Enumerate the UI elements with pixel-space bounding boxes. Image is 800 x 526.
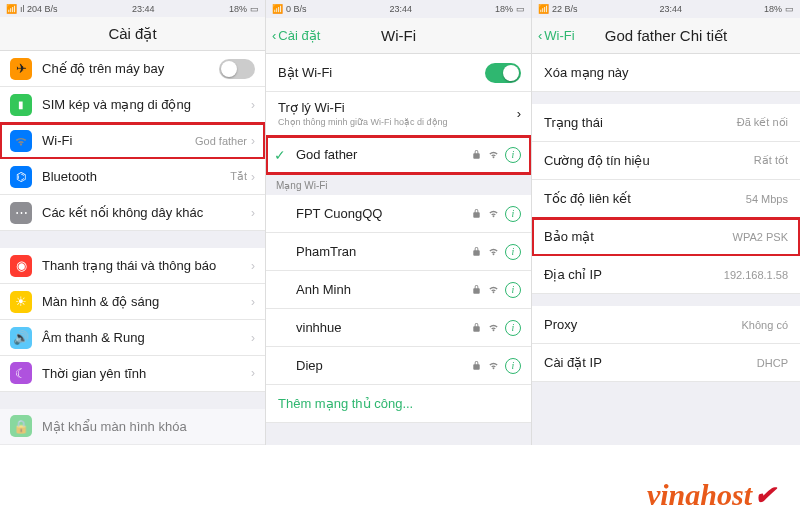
row-connected-network[interactable]: ✓ God father i (266, 136, 531, 174)
chevron-right-icon: › (251, 331, 255, 345)
lock-icon (471, 322, 482, 333)
kv-value: Đã kết nối (737, 116, 788, 129)
lock-icon (471, 149, 482, 160)
header: ‹Wi-Fi God father Chi tiết (532, 18, 800, 54)
back-button[interactable]: ‹Wi-Fi (538, 28, 575, 43)
row-display[interactable]: ☀︎ Màn hình & độ sáng › (0, 284, 265, 320)
kv-key: Trạng thái (544, 115, 603, 130)
status-bar: 📶ıl 204 B/s 23:44 18%▭ (0, 0, 265, 17)
chevron-right-icon: › (251, 134, 255, 148)
screen-wifi-detail: 📶22 B/s 23:44 18%▭ ‹Wi-Fi God father Chi… (532, 0, 800, 445)
row-label: Màn hình & độ sáng (42, 294, 251, 309)
kv-key: Tốc độ liên kết (544, 191, 631, 206)
section-gap (532, 92, 800, 104)
network-name: Diep (296, 358, 471, 373)
battery-pct: 18% (229, 4, 247, 14)
lock-icon: 🔒 (10, 415, 32, 437)
chevron-right-icon: › (251, 295, 255, 309)
row-notifications[interactable]: ◉ Thanh trạng thái và thông báo › (0, 248, 265, 284)
lock-icon (471, 208, 482, 219)
moon-icon: ☾ (10, 362, 32, 384)
row-network[interactable]: Diepi (266, 347, 531, 385)
wifi-icon (488, 208, 499, 219)
network-name: vinhhue (296, 320, 471, 335)
row-sim[interactable]: ▮ SIM kép và mạng di động › (0, 87, 265, 123)
info-icon[interactable]: i (505, 358, 521, 374)
row-security: Bảo mật WPA2 PSK (532, 218, 800, 256)
row-label: Mật khẩu màn hình khóa (42, 419, 255, 434)
info-icon[interactable]: i (505, 147, 521, 163)
row-quiet[interactable]: ☾ Thời gian yên tĩnh › (0, 356, 265, 392)
net-speed: ıl 204 B/s (20, 4, 58, 14)
battery-pct: 18% (764, 4, 782, 14)
row-sound[interactable]: 🔊 Âm thanh & Rung › (0, 320, 265, 356)
row-wifi[interactable]: Wi-Fi God father › (0, 123, 265, 159)
kv-key: Bảo mật (544, 229, 594, 244)
row-bluetooth[interactable]: ⌬ Bluetooth Tắt › (0, 159, 265, 195)
row-wifi-assist[interactable]: Trợ lý Wi-Fi Chọn thông minh giữa Wi-Fi … (266, 92, 531, 136)
info-icon[interactable]: i (505, 206, 521, 222)
status-bar: 📶22 B/s 23:44 18%▭ (532, 0, 800, 18)
wifi-icon (488, 322, 499, 333)
clock: 23:44 (132, 4, 155, 14)
row-speed: Tốc độ liên kết 54 Mbps (532, 180, 800, 218)
wifi-toggle[interactable] (485, 63, 521, 83)
check-icon: ✔ (754, 480, 776, 511)
row-proxy[interactable]: Proxy Không có (532, 306, 800, 344)
lock-wifi-info: i (471, 282, 521, 298)
kv-value: 192.168.1.58 (724, 269, 788, 281)
row-network[interactable]: vinhhuei (266, 309, 531, 347)
row-ip-settings[interactable]: Cài đặt IP DHCP (532, 344, 800, 382)
lock-icon (471, 360, 482, 371)
wifi-icon (488, 284, 499, 295)
net-speed: 0 B/s (286, 4, 307, 14)
row-label: SIM kép và mạng di động (42, 97, 251, 112)
chevron-left-icon: ‹ (538, 28, 542, 43)
row-network[interactable]: FPT CuongQQi (266, 195, 531, 233)
lock-wifi-info: i (471, 147, 521, 163)
chevron-right-icon: › (251, 259, 255, 273)
row-other-connections[interactable]: ⋯ Các kết nối không dây khác › (0, 195, 265, 231)
network-list: FPT CuongQQiPhamTraniAnh MinhivinhhueiDi… (266, 195, 531, 385)
row-add-network[interactable]: Thêm mạng thủ công... (266, 385, 531, 423)
row-label: Bật Wi-Fi (278, 65, 485, 80)
status-bar: 📶0 B/s 23:44 18%▭ (266, 0, 531, 18)
row-airplane[interactable]: ✈︎ Chế độ trên máy bay (0, 51, 265, 87)
wifi-icon (488, 149, 499, 160)
header: Cài đặt (0, 17, 265, 51)
row-passcode[interactable]: 🔒 Mật khẩu màn hình khóa (0, 409, 265, 445)
row-forget-network[interactable]: Xóa mạng này (532, 54, 800, 92)
info-icon[interactable]: i (505, 244, 521, 260)
forget-label: Xóa mạng này (544, 65, 629, 80)
kv-value: 54 Mbps (746, 193, 788, 205)
lock-icon (471, 246, 482, 257)
row-ip: Địa chỉ IP 192.168.1.58 (532, 256, 800, 294)
clock: 23:44 (659, 4, 682, 14)
network-name: FPT CuongQQ (296, 206, 471, 221)
row-label: Trợ lý Wi-Fi (278, 100, 517, 115)
kv-value: Rất tốt (754, 154, 788, 167)
back-button[interactable]: ‹Cài đặt (272, 28, 320, 43)
screen-wifi: 📶0 B/s 23:44 18%▭ ‹Cài đặt Wi-Fi Bật Wi-… (266, 0, 532, 445)
section-gap (0, 231, 265, 248)
row-label: Bluetooth (42, 169, 230, 184)
lock-wifi-info: i (471, 206, 521, 222)
kv-key: Proxy (544, 317, 577, 332)
airplane-toggle[interactable] (219, 59, 255, 79)
sound-icon: 🔊 (10, 327, 32, 349)
row-network[interactable]: Anh Minhi (266, 271, 531, 309)
lock-wifi-info: i (471, 244, 521, 260)
battery-pct: 18% (495, 4, 513, 14)
row-network[interactable]: PhamTrani (266, 233, 531, 271)
add-network-label: Thêm mạng thủ công... (278, 396, 413, 411)
airplane-icon: ✈︎ (10, 58, 32, 80)
info-icon[interactable]: i (505, 282, 521, 298)
row-label: Âm thanh & Rung (42, 330, 251, 345)
chevron-right-icon: › (517, 106, 521, 121)
back-label: Cài đặt (278, 28, 320, 43)
row-wifi-toggle[interactable]: Bật Wi-Fi (266, 54, 531, 92)
chevron-right-icon: › (251, 98, 255, 112)
network-name: PhamTran (296, 244, 471, 259)
wifi-icon (488, 360, 499, 371)
info-icon[interactable]: i (505, 320, 521, 336)
